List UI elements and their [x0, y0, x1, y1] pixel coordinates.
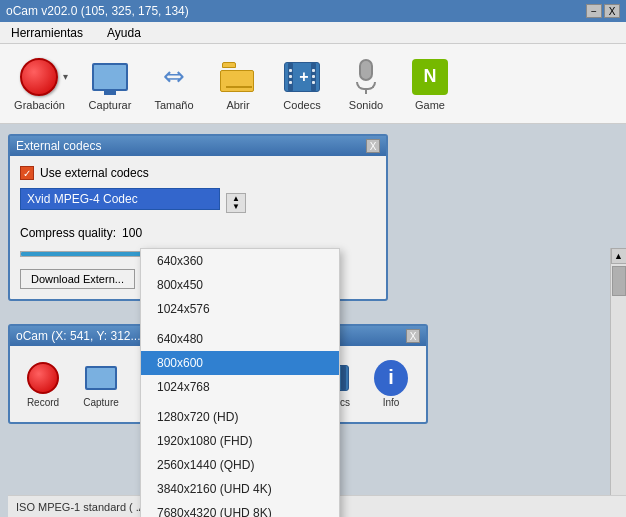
abrir-button[interactable]: Abrir — [208, 50, 268, 118]
codecs-label: Codecs — [283, 99, 320, 111]
grabacion-dropdown-arrow[interactable]: ▾ — [63, 71, 68, 82]
use-external-checkbox[interactable]: ✓ — [20, 166, 34, 180]
grabacion-label: Grabación — [14, 99, 65, 111]
game-button[interactable]: N Game — [400, 50, 460, 118]
ocam-dialog-title: oCam (X: 541, Y: 312...) — [16, 329, 145, 343]
toolbar: Grabación ▾ Capturar ⇔ Tamaño Abrir — [0, 44, 626, 124]
tamano-button[interactable]: ⇔ Tamaño — [144, 50, 204, 118]
main-scrollbar[interactable]: ▲ ▼ — [610, 248, 626, 517]
dropdown-item-640x480[interactable]: 640x480 — [141, 327, 339, 351]
tamano-label: Tamaño — [154, 99, 193, 111]
capturar-label: Capturar — [89, 99, 132, 111]
sonido-button[interactable]: Sonido — [336, 50, 396, 118]
menu-herramientas[interactable]: Herramientas — [4, 23, 90, 43]
main-content: ▲ ▼ External codecs X ✓ Use external cod… — [0, 124, 626, 517]
sonido-label: Sonido — [349, 99, 383, 111]
minimize-button[interactable]: − — [586, 4, 602, 18]
external-codecs-close-button[interactable]: X — [366, 139, 380, 153]
dropdown-item-1024x576[interactable]: 1024x576 — [141, 297, 339, 321]
scroll-up-arrow[interactable]: ▲ — [611, 248, 627, 264]
quality-row: Compress quality: 100 — [20, 226, 376, 240]
title-bar: oCam v202.0 (105, 325, 175, 134) − X — [0, 0, 626, 22]
codecs-icon: + — [282, 57, 322, 97]
dropdown-item-7680x4320[interactable]: 7680x4320 (UHD 8K) — [141, 501, 339, 517]
ocam-record-button[interactable]: Record — [16, 354, 70, 414]
dropdown-item-1280x720[interactable]: 1280x720 (HD) — [141, 405, 339, 429]
menu-ayuda[interactable]: Ayuda — [100, 23, 148, 43]
abrir-label: Abrir — [226, 99, 249, 111]
title-bar-buttons: − X — [586, 4, 620, 18]
ocam-capture-icon — [84, 361, 118, 395]
dropdown-item-800x600[interactable]: 800x600 — [141, 351, 339, 375]
dropdown-item-800x450[interactable]: 800x450 — [141, 273, 339, 297]
quality-label: Compress quality: — [20, 226, 116, 240]
size-dropdown-menu: 640x360 800x450 1024x576 640x480 800x600… — [140, 248, 340, 517]
codecs-button[interactable]: + Codecs — [272, 50, 332, 118]
resize-icon: ⇔ — [154, 57, 194, 97]
folder-open-icon — [218, 57, 258, 97]
ocam-capture-button[interactable]: Capture — [74, 354, 128, 414]
dropdown-item-640x360[interactable]: 640x360 — [141, 249, 339, 273]
codec-selector-row: Xvid MPEG-4 Codec ▲ ▼ — [20, 188, 376, 218]
quality-value: 100 — [122, 226, 142, 240]
use-external-row: ✓ Use external codecs — [20, 166, 376, 180]
ocam-capture-label: Capture — [83, 397, 119, 408]
dropdown-item-1920x1080[interactable]: 1920x1080 (FHD) — [141, 429, 339, 453]
scroll-thumb[interactable] — [612, 266, 626, 296]
monitor-icon — [90, 57, 130, 97]
download-extern-button[interactable]: Download Extern... — [20, 269, 135, 289]
ocam-record-label: Record — [27, 397, 59, 408]
dropdown-item-3840x2160[interactable]: 3840x2160 (UHD 4K) — [141, 477, 339, 501]
close-button[interactable]: X — [604, 4, 620, 18]
ocam-record-icon — [26, 361, 60, 395]
codec-selector[interactable]: Xvid MPEG-4 Codec — [20, 188, 220, 210]
ocam-info-label: Info — [383, 397, 400, 408]
game-icon: N — [410, 57, 450, 97]
app-title: oCam v202.0 (105, 325, 175, 134) — [6, 4, 189, 18]
game-label: Game — [415, 99, 445, 111]
codec-scroll-buttons[interactable]: ▲ ▼ — [226, 193, 246, 213]
ocam-info-icon: i — [374, 361, 408, 395]
ocam-info-button[interactable]: i Info — [364, 354, 418, 414]
external-codecs-title: External codecs — [16, 139, 101, 153]
use-external-label: Use external codecs — [40, 166, 149, 180]
record-icon — [19, 57, 59, 97]
dropdown-item-1024x768[interactable]: 1024x768 — [141, 375, 339, 399]
external-codecs-title-bar: External codecs X — [10, 136, 386, 156]
ocam-dialog-close-button[interactable]: X — [406, 329, 420, 343]
mic-icon — [346, 57, 386, 97]
capturar-button[interactable]: Capturar — [80, 50, 140, 118]
grabacion-button[interactable]: Grabación ▾ — [6, 50, 76, 118]
dropdown-item-2560x1440[interactable]: 2560x1440 (QHD) — [141, 453, 339, 477]
menu-bar: Herramientas Ayuda — [0, 22, 626, 44]
